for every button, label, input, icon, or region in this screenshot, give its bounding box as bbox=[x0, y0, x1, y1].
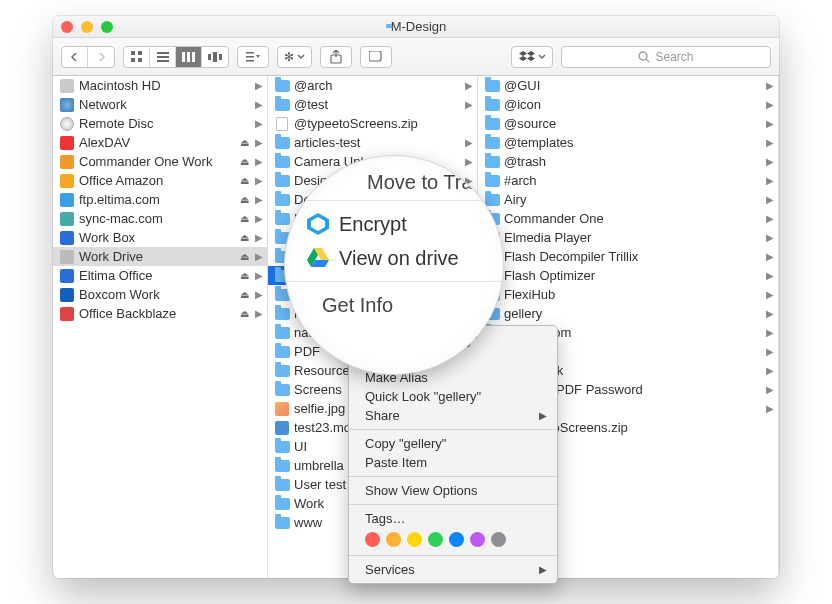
eject-icon[interactable]: ⏏ bbox=[240, 308, 249, 319]
list-view-button[interactable] bbox=[150, 47, 176, 67]
arrange-button[interactable] bbox=[237, 46, 269, 68]
item-label: Elmedia Player bbox=[504, 230, 591, 245]
list-item[interactable]: AlexDAV⏏▶ bbox=[53, 133, 267, 152]
dropbox-button[interactable] bbox=[511, 46, 553, 68]
chevron-right-icon: ▶ bbox=[255, 289, 263, 300]
folder-icon bbox=[274, 363, 290, 379]
share-icon bbox=[330, 50, 342, 64]
list-item[interactable]: @icon▶ bbox=[478, 95, 778, 114]
chevron-right-icon: ▶ bbox=[766, 403, 774, 414]
list-item[interactable]: @arch▶ bbox=[268, 76, 477, 95]
tag-color[interactable] bbox=[365, 532, 380, 547]
tag-color[interactable] bbox=[407, 532, 422, 547]
list-item[interactable]: @templates▶ bbox=[478, 133, 778, 152]
window-title: M-Design bbox=[53, 19, 779, 34]
svg-rect-3 bbox=[138, 58, 142, 62]
coverflow-view-button[interactable] bbox=[202, 47, 228, 67]
list-item[interactable]: Commander One▶ bbox=[478, 209, 778, 228]
list-item[interactable]: Flash Decompiler Trillix▶ bbox=[478, 247, 778, 266]
lens-view-on-drive[interactable]: View on drive bbox=[307, 241, 504, 275]
eject-icon[interactable]: ⏏ bbox=[240, 194, 249, 205]
cm-services[interactable]: Services▶ bbox=[349, 560, 557, 579]
icon-view-button[interactable] bbox=[124, 47, 150, 67]
list-item[interactable]: #arch▶ bbox=[478, 171, 778, 190]
list-item[interactable]: Office Backblaze⏏▶ bbox=[53, 304, 267, 323]
close-button[interactable] bbox=[61, 21, 73, 33]
list-item[interactable]: Network▶ bbox=[53, 95, 267, 114]
list-item[interactable]: Flash Optimizer▶ bbox=[478, 266, 778, 285]
list-item[interactable]: Work Box⏏▶ bbox=[53, 228, 267, 247]
tag-color[interactable] bbox=[470, 532, 485, 547]
app-icon bbox=[59, 230, 75, 246]
chevron-right-icon: ▶ bbox=[766, 194, 774, 205]
list-item[interactable]: articles-test▶ bbox=[268, 133, 477, 152]
item-label: @templates bbox=[504, 135, 574, 150]
tag-color[interactable] bbox=[491, 532, 506, 547]
item-label: Macintosh HD bbox=[79, 78, 161, 93]
minimize-button[interactable] bbox=[81, 21, 93, 33]
list-item[interactable]: Elmedia Player▶ bbox=[478, 228, 778, 247]
chevron-right-icon: ▶ bbox=[766, 308, 774, 319]
cm-quick-look[interactable]: Quick Look "gellery" bbox=[349, 387, 557, 406]
search-field[interactable]: Search bbox=[561, 46, 771, 68]
cm-view-options[interactable]: Show View Options bbox=[349, 481, 557, 500]
list-item[interactable]: ftp.eltima.com⏏▶ bbox=[53, 190, 267, 209]
list-item[interactable]: @typeetoScreens.zip bbox=[268, 114, 477, 133]
tag-color[interactable] bbox=[428, 532, 443, 547]
column-view-button[interactable] bbox=[176, 47, 202, 67]
list-item[interactable]: Boxcom Work⏏▶ bbox=[53, 285, 267, 304]
eject-icon[interactable]: ⏏ bbox=[240, 251, 249, 262]
item-label: @source bbox=[504, 116, 556, 131]
eject-icon[interactable]: ⏏ bbox=[240, 213, 249, 224]
lens-encrypt[interactable]: Encrypt bbox=[307, 207, 504, 241]
item-label: AlexDAV bbox=[79, 135, 130, 150]
list-item[interactable]: Macintosh HD▶ bbox=[53, 76, 267, 95]
tag-color[interactable] bbox=[449, 532, 464, 547]
list-item[interactable]: sync-mac.com⏏▶ bbox=[53, 209, 267, 228]
drive-icon bbox=[59, 78, 75, 94]
svg-rect-6 bbox=[157, 60, 169, 62]
list-item[interactable]: Office Amazon⏏▶ bbox=[53, 171, 267, 190]
eject-icon[interactable]: ⏏ bbox=[240, 137, 249, 148]
tags-button[interactable] bbox=[360, 46, 392, 68]
svg-rect-17 bbox=[369, 51, 381, 61]
list-item[interactable]: @source▶ bbox=[478, 114, 778, 133]
list-item[interactable]: Remote Disc▶ bbox=[53, 114, 267, 133]
item-label: umbrella bbox=[294, 458, 344, 473]
cm-share[interactable]: Share▶ bbox=[349, 406, 557, 425]
tag-color[interactable] bbox=[386, 532, 401, 547]
list-item[interactable]: @test▶ bbox=[268, 95, 477, 114]
list-item[interactable]: FlexiHub▶ bbox=[478, 285, 778, 304]
back-button[interactable] bbox=[62, 47, 88, 67]
share-button[interactable] bbox=[320, 46, 352, 68]
eject-icon[interactable]: ⏏ bbox=[240, 289, 249, 300]
list-item[interactable]: @trash▶ bbox=[478, 152, 778, 171]
list-item[interactable]: Eltima Office⏏▶ bbox=[53, 266, 267, 285]
action-button[interactable]: ✻ bbox=[277, 46, 312, 68]
chevron-right-icon: ▶ bbox=[255, 99, 263, 110]
title-text: M-Design bbox=[391, 19, 447, 34]
zoom-button[interactable] bbox=[101, 21, 113, 33]
cm-tags[interactable]: Tags… bbox=[349, 509, 557, 528]
eject-icon[interactable]: ⏏ bbox=[240, 175, 249, 186]
forward-button[interactable] bbox=[88, 47, 114, 67]
eject-icon[interactable]: ⏏ bbox=[240, 270, 249, 281]
folder-icon bbox=[274, 344, 290, 360]
eject-icon[interactable]: ⏏ bbox=[240, 156, 249, 167]
list-item[interactable]: gellery▶ bbox=[478, 304, 778, 323]
list-item[interactable]: @GUI▶ bbox=[478, 76, 778, 95]
cm-paste[interactable]: Paste Item bbox=[349, 453, 557, 472]
column-1[interactable]: Macintosh HD▶Network▶Remote Disc▶AlexDAV… bbox=[53, 76, 268, 578]
item-label: @test bbox=[294, 97, 328, 112]
app-icon bbox=[59, 287, 75, 303]
list-item[interactable]: Airy▶ bbox=[478, 190, 778, 209]
svg-rect-2 bbox=[131, 58, 135, 62]
item-label: Network bbox=[79, 97, 127, 112]
cm-copy[interactable]: Copy "gellery" bbox=[349, 434, 557, 453]
item-label: Commander One Work bbox=[79, 154, 212, 169]
list-item[interactable]: Commander One Work⏏▶ bbox=[53, 152, 267, 171]
item-label: ftp.eltima.com bbox=[79, 192, 160, 207]
item-label: sync-mac.com bbox=[79, 211, 163, 226]
list-item[interactable]: Work Drive⏏▶ bbox=[53, 247, 267, 266]
eject-icon[interactable]: ⏏ bbox=[240, 232, 249, 243]
